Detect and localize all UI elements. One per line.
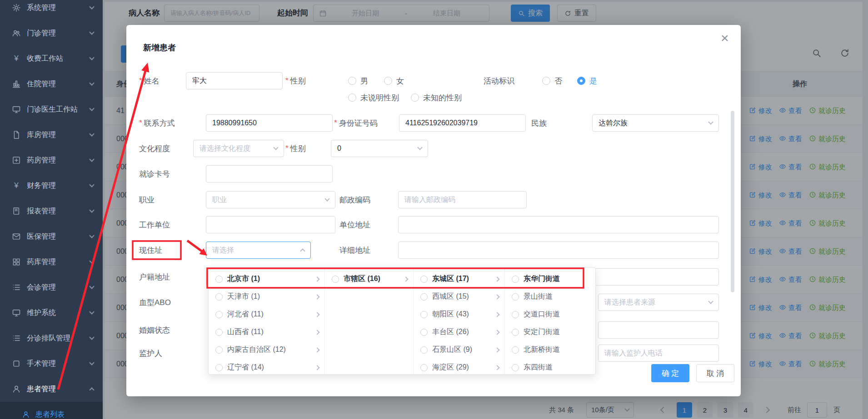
contact-input[interactable]: 19880991650 [206,114,333,132]
radio-circle[interactable] [420,346,428,354]
education-select[interactable]: 请选择文化程度 [193,140,284,157]
sidebar-item[interactable]: 门诊管理 [0,20,103,46]
chevron-right-icon [494,312,499,317]
sidebar-item[interactable]: 药房管理 [0,148,103,173]
guardian-label: 监护人 [139,345,162,362]
yen-icon: ¥ [12,181,21,190]
sidebar-item[interactable]: 维护系统 [0,300,103,325]
sidebar-item[interactable]: 门诊医生工作站 [0,97,103,122]
marital-right-input[interactable] [598,321,719,339]
radio-circle[interactable] [215,276,223,283]
radio-circle[interactable] [512,293,519,301]
radio-circle[interactable] [332,276,339,283]
radio-circle[interactable] [512,276,519,283]
radio-circle[interactable] [420,364,428,371]
cascader-option[interactable]: 北新桥街道 [505,341,596,359]
active-no-radio[interactable]: 否 [542,72,562,89]
radio-circle[interactable] [215,311,223,318]
cascader-option[interactable]: 市辖区 (16) [325,270,413,288]
chevron-down-icon [89,182,94,187]
sidebar-item[interactable]: 报表管理 [0,198,103,224]
radio-circle[interactable] [512,364,519,371]
chevron-down-icon [89,258,94,263]
cascader-option[interactable]: 东四街道 [505,359,596,374]
sidebar-item[interactable]: 手术管理 [0,351,103,376]
sidebar-item[interactable]: 会诊管理 [0,275,103,300]
radio-circle[interactable] [215,346,223,354]
cancel-button[interactable]: 取 消 [696,364,734,382]
cascader-option[interactable]: 天津市 (1) [209,288,324,306]
current-address-label: 现住址 [139,242,162,259]
cascader-option[interactable]: 河北省 (11) [209,306,324,323]
sidebar-item[interactable]: 医保管理 [0,224,103,249]
radio-circle[interactable] [420,311,428,318]
guardian-phone-input[interactable]: 请输入监护人电话 [598,345,719,362]
cascader-option[interactable]: 景山街道 [505,288,596,306]
chevron-down-icon [89,55,94,60]
name-input[interactable]: 牢大 [186,72,283,89]
sidebar-item[interactable]: 库房管理 [0,122,103,148]
radio-circle [348,77,356,85]
radio-circle[interactable] [512,329,519,336]
cascader-option[interactable]: 朝阳区 (43) [414,306,504,323]
chevron-down-icon [89,360,94,365]
chevron-right-icon [314,365,319,370]
visit-card-input[interactable] [206,165,333,182]
chevron-down-icon [89,157,94,162]
sidebar-item[interactable]: 分诊排队管理 [0,325,103,351]
cascader-option[interactable]: 辽宁省 (14) [209,359,324,374]
contact-label: *联系方式 [139,114,175,132]
visit-card-label: 就诊卡号 [139,165,170,182]
radio-circle[interactable] [215,364,223,371]
sidebar-item[interactable]: 系统管理 [0,0,103,20]
close-icon[interactable]: × [721,31,729,45]
cascader-option[interactable]: 西城区 (15) [414,288,504,306]
report-icon [12,207,21,216]
gender2-select[interactable]: 0 [331,140,428,157]
chevron-down-icon [89,131,94,136]
workunit-label: 工作单位 [139,216,170,233]
sidebar-subitem-patient-list[interactable]: 患者列表 [0,402,103,419]
gender-female-radio[interactable]: 女 [384,72,404,89]
chevron-down-icon [89,309,94,314]
sidebar-item[interactable]: ¥财务管理 [0,173,103,198]
gender-unspecified-radio[interactable]: 未说明性别 [348,89,399,106]
confirm-button[interactable]: 确 定 [651,364,689,382]
radio-circle[interactable] [420,276,428,283]
cascader-option[interactable]: 东华门街道 [505,270,596,288]
postcode-input[interactable]: 请输入邮政编码 [398,191,527,208]
cascader-option[interactable]: 交道口街道 [505,306,596,323]
gender-unknown-radio[interactable]: 未知的性别 [411,89,462,106]
radio-circle[interactable] [420,293,428,301]
active-yes-radio[interactable]: 是 [577,72,597,89]
cascader-option[interactable]: 内蒙古自治区 (12) [209,341,324,359]
radio-circle[interactable] [215,329,223,336]
cascader-option[interactable]: 安定门街道 [505,323,596,341]
current-address-cascader[interactable]: 请选择 [206,242,311,259]
sidebar-item[interactable]: 药库管理 [0,249,103,275]
modal-scrollbar[interactable] [731,111,734,292]
radio-circle[interactable] [512,311,519,318]
active-flag-label: 活动标识 [484,72,514,89]
cascader-option[interactable]: 海淀区 (29) [414,359,504,374]
sidebar-item[interactable]: 患者管理 [0,376,103,402]
cascader-option[interactable]: 石景山区 (9) [414,341,504,359]
radio-circle[interactable] [420,329,428,336]
cascader-option[interactable]: 北京市 (1) [209,270,324,288]
cascader-option[interactable]: 山西省 (11) [209,323,324,341]
workunit-input[interactable] [206,216,335,233]
ethnic-select[interactable]: 达斡尔族 [592,114,719,132]
add-patient-dialog: 新增患者 × *姓名 牢大 *性别 男 女 活动标识 否 是 未说明性别 未知的… [126,25,741,396]
sidebar-item[interactable]: 住院管理 [0,71,103,97]
detail-address-input[interactable] [398,242,719,259]
cascader-option[interactable]: 丰台区 (26) [414,323,504,341]
id-number-input[interactable]: 411625192602039719 [399,114,526,132]
radio-circle[interactable] [512,346,519,354]
sidebar-item[interactable]: ¥收费工作站 [0,46,103,71]
unit-address-input[interactable] [398,216,719,233]
radio-circle[interactable] [215,293,223,301]
occupation-select[interactable]: 职业 [206,191,335,208]
cascader-option[interactable]: 东城区 (17) [414,270,504,288]
patient-source-select[interactable]: 请选择患者来源 [598,294,719,311]
gender-male-radio[interactable]: 男 [348,72,368,89]
